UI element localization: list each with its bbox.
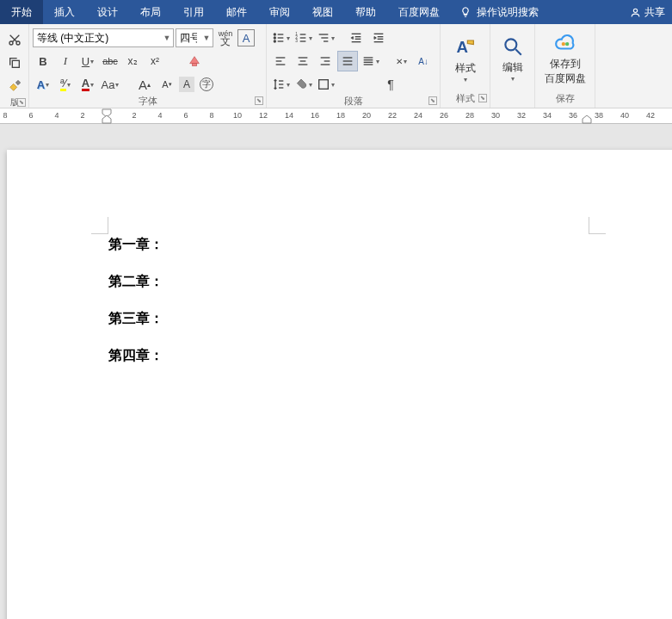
- svg-point-52: [565, 41, 569, 45]
- find-icon: [502, 35, 524, 58]
- align-left-button[interactable]: [270, 51, 291, 71]
- ruler-tick: 6: [28, 111, 33, 120]
- margin-corner-tl: [91, 217, 108, 234]
- clipboard-launcher[interactable]: ⬊: [17, 98, 26, 107]
- doc-line[interactable]: 第三章：: [108, 310, 163, 328]
- change-case-button[interactable]: Aa▾: [100, 74, 120, 95]
- document-canvas[interactable]: 第一章： 第二章： 第三章： 第四章：: [0, 124, 672, 619]
- svg-text:A: A: [456, 38, 467, 56]
- shrink-font-button[interactable]: A▾: [157, 74, 177, 95]
- copy-button[interactable]: [4, 53, 25, 73]
- tab-mailings[interactable]: 邮件: [215, 0, 258, 24]
- styles-label: 样式: [455, 61, 476, 76]
- character-border-button[interactable]: A: [237, 29, 255, 46]
- numbering-button[interactable]: 123▾: [293, 28, 313, 48]
- asian-layout-button[interactable]: ✕▾: [391, 51, 411, 71]
- share-button[interactable]: 共享: [623, 0, 672, 24]
- clear-formatting-button[interactable]: [184, 51, 205, 71]
- doc-line[interactable]: 第四章：: [108, 347, 163, 365]
- tab-baidu[interactable]: 百度网盘: [387, 0, 451, 24]
- line-spacing-button[interactable]: ▾: [270, 74, 291, 95]
- save-to-baidu-button[interactable]: 保存到 百度网盘: [539, 28, 591, 90]
- paragraph-group-label: 段落 ⬊: [267, 95, 440, 108]
- editing-label: 编辑: [502, 60, 523, 75]
- first-line-indent-marker[interactable]: [102, 108, 112, 124]
- font-color-button[interactable]: A▾: [77, 74, 98, 95]
- page[interactable]: 第一章： 第二章： 第三章： 第四章：: [7, 150, 672, 619]
- enclose-characters-button[interactable]: 字: [196, 74, 217, 95]
- chevron-down-icon: ▾: [511, 75, 515, 83]
- decrease-indent-button[interactable]: [346, 28, 367, 48]
- underline-button[interactable]: U▾: [77, 51, 98, 71]
- editing-button[interactable]: 编辑 ▾: [494, 28, 531, 90]
- ruler-tick: 2: [132, 111, 136, 120]
- doc-line[interactable]: 第二章：: [108, 273, 163, 291]
- justify-button[interactable]: [337, 51, 358, 71]
- tab-layout[interactable]: 布局: [129, 0, 172, 24]
- ruler-tick: 28: [465, 111, 474, 120]
- save-group-label: 保存: [535, 92, 595, 108]
- superscript-button[interactable]: x²: [145, 51, 165, 71]
- right-indent-marker[interactable]: [582, 115, 592, 124]
- align-center-button[interactable]: [293, 51, 313, 71]
- font-group-label: 字体 ⬊: [29, 95, 266, 108]
- ruler-tick: 40: [620, 111, 629, 120]
- doc-line[interactable]: 第一章：: [108, 236, 163, 254]
- distributed-button[interactable]: ▾: [360, 51, 380, 71]
- font-name-input[interactable]: [34, 29, 161, 46]
- ruler-tick: 24: [414, 111, 422, 120]
- tab-home[interactable]: 开始: [0, 0, 43, 24]
- bold-button[interactable]: B: [33, 51, 53, 71]
- format-painter-button[interactable]: [4, 76, 25, 96]
- ruler-tick: 8: [209, 111, 213, 120]
- font-size-dropdown[interactable]: ▼: [200, 34, 213, 42]
- multilevel-list-button[interactable]: ▾: [315, 28, 336, 48]
- menu-bar: 开始 插入 设计 布局 引用 邮件 审阅 视图 帮助 百度网盘 操作说明搜索 共…: [0, 0, 672, 24]
- font-name-dropdown[interactable]: ▼: [161, 34, 173, 42]
- tab-view[interactable]: 视图: [301, 0, 344, 24]
- text-effects-button[interactable]: A▾: [33, 74, 53, 95]
- tab-insert[interactable]: 插入: [43, 0, 86, 24]
- ruler-tick: 6: [183, 111, 188, 120]
- increase-indent-button[interactable]: [368, 28, 389, 48]
- borders-button[interactable]: ▾: [315, 74, 336, 95]
- horizontal-ruler[interactable]: 8 6 4 2 2 4 6 8 10 12 14 16 18 20 22 24 …: [0, 108, 672, 124]
- font-launcher[interactable]: ⬊: [255, 96, 263, 105]
- tab-review[interactable]: 审阅: [258, 0, 301, 24]
- svg-point-51: [561, 41, 564, 45]
- align-right-button[interactable]: [315, 51, 336, 71]
- ruler-tick: 34: [543, 111, 552, 120]
- ruler-tick: 30: [491, 111, 500, 120]
- baidu-label-2: 百度网盘: [545, 71, 586, 86]
- shading-button[interactable]: ▾: [293, 74, 313, 95]
- cut-button[interactable]: [4, 29, 25, 50]
- grow-font-button[interactable]: A▴: [134, 74, 155, 95]
- italic-button[interactable]: I: [55, 51, 76, 71]
- character-shading-button[interactable]: A: [179, 77, 194, 92]
- subscript-button[interactable]: x₂: [122, 51, 143, 71]
- strikethrough-button[interactable]: abc: [100, 51, 120, 71]
- phonetic-guide-button[interactable]: wén文: [215, 28, 236, 48]
- ruler-tick: 16: [311, 111, 319, 120]
- svg-text:3: 3: [295, 39, 298, 43]
- highlight-button[interactable]: ª⁄▾: [55, 74, 76, 95]
- ruler-tick: 26: [440, 111, 448, 120]
- font-size-input[interactable]: [176, 29, 200, 46]
- font-name-combo[interactable]: ▼: [33, 28, 174, 47]
- tab-references[interactable]: 引用: [172, 0, 215, 24]
- ruler-tick: 4: [157, 111, 162, 120]
- font-size-combo[interactable]: ▼: [176, 28, 213, 47]
- document-body[interactable]: 第一章： 第二章： 第三章： 第四章：: [108, 236, 163, 384]
- ruler-tick: 12: [259, 111, 268, 120]
- tell-me[interactable]: 操作说明搜索: [451, 0, 547, 24]
- tab-design[interactable]: 设计: [86, 0, 129, 24]
- svg-line-50: [515, 49, 521, 55]
- show-marks-button[interactable]: ¶: [380, 74, 401, 95]
- paragraph-launcher[interactable]: ⬊: [428, 96, 437, 105]
- sort-button[interactable]: A↓: [413, 51, 434, 71]
- tab-help[interactable]: 帮助: [344, 0, 387, 24]
- ruler-tick: 42: [646, 111, 655, 120]
- bullets-button[interactable]: ▾: [270, 28, 291, 48]
- styles-button[interactable]: A 样式 ▾: [445, 28, 486, 90]
- styles-launcher[interactable]: ⬊: [478, 94, 487, 102]
